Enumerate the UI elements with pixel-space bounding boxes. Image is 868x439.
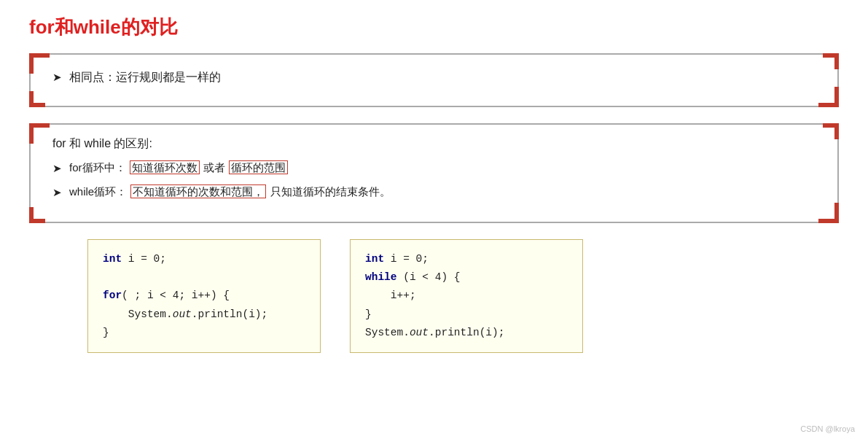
same-point-text: 相同点：运行规则都是一样的 (69, 68, 221, 87)
code-area: int i = 0; for( ; i < 4; i++) { System.o… (29, 239, 839, 354)
bullet1-middle: 或者 (203, 161, 225, 174)
bullet2: ➤ while循环： 不知道循环的次数和范围， 只知道循环的结束条件。 (52, 183, 820, 201)
bullet1-content: for循环中： 知道循环次数 或者 循环的范围 (69, 159, 289, 176)
code-line-1: int i = 0; (103, 250, 305, 268)
code-line-3: for( ; i < 4; i++) { (103, 287, 305, 305)
same-point-item: ➤ 相同点：运行规则都是一样的 (52, 68, 820, 87)
bullet2-highlight: 不知道循环的次数和范围， (130, 184, 266, 198)
box2-subtitle: for 和 while 的区别: (52, 136, 820, 152)
page-container: for和while的对比 ➤ 相同点：运行规则都是一样的 for 和 while… (0, 0, 868, 439)
bullet2-content: while循环： 不知道循环的次数和范围， 只知道循环的结束条件。 (69, 183, 391, 201)
bullet-arrow-2: ➤ (52, 160, 62, 177)
bullet-arrow-1: ➤ (52, 69, 62, 86)
corner-bl-2 (29, 207, 45, 223)
corner-tr-1 (823, 53, 839, 69)
code-line-5: } (103, 324, 305, 342)
code-r-line-3: i++; (365, 287, 568, 305)
bullet1-prefix: for循环中： (69, 161, 126, 174)
code-r-line-5: System.out.println(i); (365, 324, 568, 342)
bullet1-highlight2: 循环的范围 (229, 160, 288, 174)
box2: for 和 while 的区别: ➤ for循环中： 知道循环次数 或者 循环的… (29, 123, 839, 223)
bullet1: ➤ for循环中： 知道循环次数 或者 循环的范围 (52, 159, 820, 177)
bullet1-highlight1: 知道循环次数 (130, 160, 200, 174)
bullet-arrow-3: ➤ (52, 184, 62, 201)
bullet2-suffix: 只知道循环的结束条件。 (270, 185, 391, 198)
code-block-for: int i = 0; for( ; i < 4; i++) { System.o… (87, 239, 321, 354)
box1: ➤ 相同点：运行规则都是一样的 (29, 53, 839, 107)
corner-tr-2 (823, 123, 839, 139)
corner-bl-1 (29, 91, 45, 107)
code-block-while: int i = 0; while (i < 4) { i++; } System… (350, 239, 583, 354)
watermark: CSDN @lkroya (800, 424, 855, 433)
bullet2-prefix: while循环： (69, 185, 127, 198)
page-title: for和while的对比 (29, 15, 839, 40)
code-line-2 (103, 268, 305, 287)
code-line-4: System.out.println(i); (103, 306, 305, 324)
code-r-line-4: } (365, 306, 568, 324)
code-r-line-1: int i = 0; (365, 250, 568, 268)
code-r-line-2: while (i < 4) { (365, 268, 568, 287)
